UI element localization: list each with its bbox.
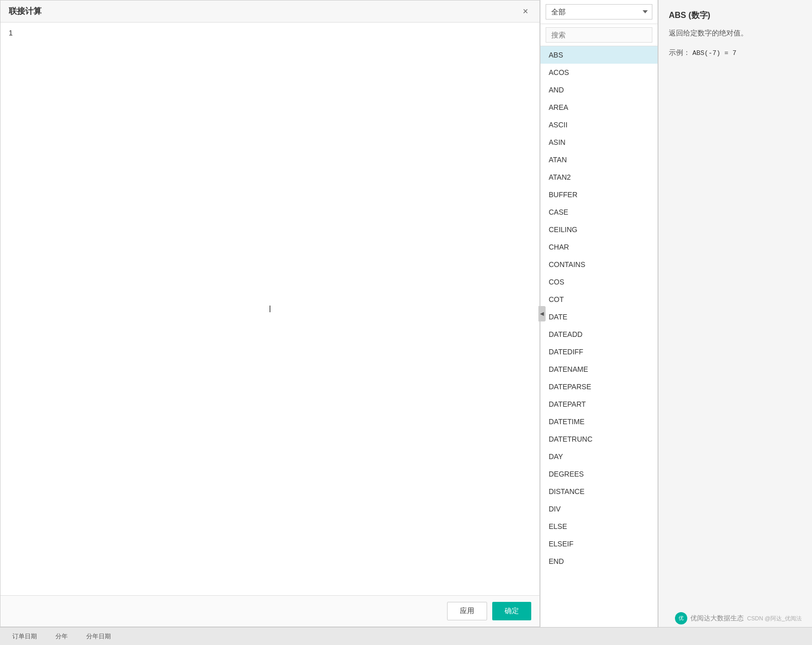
function-item[interactable]: ACOS — [540, 64, 658, 81]
function-item[interactable]: ATAN — [540, 151, 658, 168]
watermark-icon: 优 — [675, 612, 687, 624]
watermark-source: CSDN @阿达_优阅法 — [747, 615, 802, 622]
example-label: 示例： — [669, 48, 690, 56]
function-item[interactable]: COS — [540, 273, 658, 291]
search-container — [540, 24, 658, 46]
function-item[interactable]: AND — [540, 81, 658, 99]
function-item[interactable]: DISTANCE — [540, 483, 658, 500]
function-item[interactable]: CHAR — [540, 238, 658, 256]
function-item[interactable]: ASCII — [540, 116, 658, 134]
function-item[interactable]: ELSE — [540, 518, 658, 535]
bottom-tab-1[interactable]: 订单日期 — [8, 630, 41, 643]
editor-footer: 应用 确定 — [1, 595, 539, 627]
function-item[interactable]: ATAN2 — [540, 168, 658, 186]
function-item[interactable]: CASE — [540, 203, 658, 221]
category-select[interactable]: 全部 字符串 数字 日期 逻辑 空间 — [546, 4, 652, 20]
editor-area[interactable]: 1 I — [1, 23, 539, 595]
formula-editor-panel: 联接计算 × 1 I ◀ 应用 确定 — [0, 0, 540, 627]
func-title: ABS (数字) — [669, 10, 802, 21]
bottom-bar: 订单日期 分年 分年日期 优 优阅达大数据生态 CSDN @阿达_优阅法 — [0, 627, 812, 645]
function-item[interactable]: ELSEIF — [540, 535, 658, 553]
function-item[interactable]: DEGREES — [540, 465, 658, 483]
function-item[interactable]: DATEDIFF — [540, 343, 658, 361]
function-item[interactable]: ASIN — [540, 134, 658, 151]
function-list: ABSACOSANDAREAASCIIASINATANATAN2BUFFERCA… — [540, 46, 658, 627]
confirm-button[interactable]: 确定 — [492, 602, 531, 620]
function-item[interactable]: BUFFER — [540, 186, 658, 203]
editor-content: 1 — [9, 29, 531, 39]
apply-button[interactable]: 应用 — [447, 602, 487, 620]
function-item[interactable]: CONTAINS — [540, 256, 658, 273]
function-item[interactable]: DATETRUNC — [540, 430, 658, 448]
category-dropdown-container: 全部 字符串 数字 日期 逻辑 空间 — [540, 0, 658, 24]
function-item[interactable]: END — [540, 553, 658, 570]
function-item[interactable]: DIV — [540, 500, 658, 518]
function-item[interactable]: COT — [540, 291, 658, 308]
function-list-panel: 全部 字符串 数字 日期 逻辑 空间 ABSACOSANDAREAASCIIAS… — [540, 0, 658, 627]
watermark: 优 优阅达大数据生态 CSDN @阿达_优阅法 — [675, 612, 802, 624]
function-item[interactable]: CEILING — [540, 221, 658, 238]
function-item[interactable]: DATEADD — [540, 326, 658, 343]
dialog-title: 联接计算 — [9, 6, 42, 17]
func-example: 示例： ABS(-7) = 7 — [669, 47, 802, 59]
function-item[interactable]: DAY — [540, 448, 658, 465]
text-cursor: I — [268, 303, 271, 314]
example-code: ABS(-7) = 7 — [692, 49, 737, 57]
function-item[interactable]: DATEPART — [540, 395, 658, 413]
search-input[interactable] — [546, 27, 652, 43]
function-item[interactable]: ABS — [540, 46, 658, 64]
func-description: 返回给定数字的绝对值。 — [669, 27, 802, 39]
function-item[interactable]: DATEPARSE — [540, 378, 658, 395]
function-item[interactable]: AREA — [540, 99, 658, 116]
close-button[interactable]: × — [519, 6, 531, 17]
function-item[interactable]: DATENAME — [540, 361, 658, 378]
function-item[interactable]: DATE — [540, 308, 658, 326]
collapse-button[interactable]: ◀ — [538, 306, 546, 321]
bottom-tab-2[interactable]: 分年 — [51, 630, 72, 643]
editor-header: 联接计算 × — [1, 1, 539, 23]
function-detail-panel: ABS (数字) 返回给定数字的绝对值。 示例： ABS(-7) = 7 — [658, 0, 812, 627]
bottom-tab-3[interactable]: 分年日期 — [82, 630, 115, 643]
watermark-text: 优阅达大数据生态 — [690, 614, 744, 623]
function-item[interactable]: DATETIME — [540, 413, 658, 430]
editor-text: 1 — [9, 29, 13, 37]
